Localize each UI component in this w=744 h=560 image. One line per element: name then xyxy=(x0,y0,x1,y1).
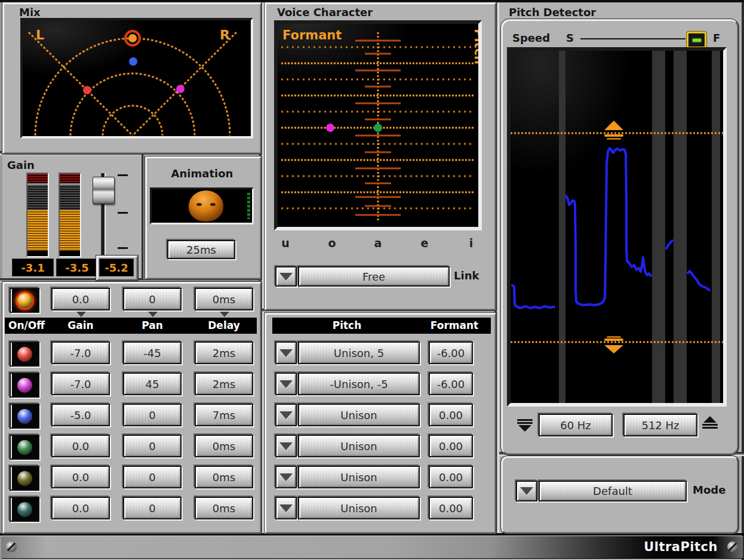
mode-label: Mode xyxy=(693,484,725,496)
chevron-down-icon xyxy=(279,442,293,450)
pitch-axis-label: Pitch xyxy=(472,29,478,64)
chevron-down-icon xyxy=(279,273,293,281)
voice-mode-dropdown-arrow[interactable] xyxy=(275,266,297,287)
voice3-pitch-dropdown-arrow[interactable] xyxy=(275,404,297,426)
shift-range-up-icon[interactable] xyxy=(702,416,718,430)
shift-range-down-icon[interactable] xyxy=(517,418,533,432)
pitch-detector-title: Pitch Detector xyxy=(509,6,596,19)
direct-dot[interactable] xyxy=(128,34,137,42)
green-indicator-icon xyxy=(693,39,701,42)
voice5-onoff-button[interactable] xyxy=(10,466,39,491)
voice2-gain-button[interactable]: -7.0 xyxy=(51,373,110,395)
voice6-pan-button[interactable]: 0 xyxy=(123,497,182,519)
animation-rate-button[interactable]: 25ms xyxy=(167,240,235,259)
voice-character-title: Voice Character xyxy=(277,6,373,19)
voice-mode-dropdown[interactable]: Free xyxy=(298,266,450,287)
voice6-pitch-dropdown-arrow[interactable] xyxy=(275,497,297,519)
formant-magenta-dot[interactable] xyxy=(326,124,334,132)
gain-meter-right xyxy=(59,173,81,257)
voice1-delay-button[interactable]: 2ms xyxy=(195,341,253,364)
mix-left-label: L xyxy=(36,27,44,42)
link-label: Link xyxy=(454,269,479,282)
voice5-pitch-dropdown-arrow[interactable] xyxy=(275,466,297,488)
voice4-formant-button[interactable]: 0.00 xyxy=(429,435,473,457)
voice4-pitch-dropdown[interactable]: Unison xyxy=(298,435,420,457)
low-range-marker[interactable] xyxy=(604,336,623,353)
animation-face xyxy=(189,190,223,221)
vowel-i-label: i xyxy=(462,236,480,250)
mix-pan-display: L R xyxy=(20,18,253,139)
voice2-pitch-dropdown-arrow[interactable] xyxy=(275,373,297,395)
formant-axis-label: Formant xyxy=(282,28,342,42)
voice1-formant-button[interactable]: -6.00 xyxy=(429,341,473,364)
fader-tick xyxy=(118,247,128,249)
voice2-dot[interactable] xyxy=(176,85,185,93)
master-gain-button[interactable]: 0.0 xyxy=(51,288,110,310)
voice2-delay-button[interactable]: 2ms xyxy=(195,373,253,395)
voice1-gain-button[interactable]: -7.0 xyxy=(51,341,110,364)
speed-slider-handle[interactable] xyxy=(687,32,706,48)
voice3-onoff-button[interactable] xyxy=(10,404,39,429)
meter-clip-zone xyxy=(27,174,48,183)
voice4-delay-button[interactable]: 0ms xyxy=(195,435,253,457)
header-onoff: On/Off xyxy=(8,319,45,331)
master-delay-button[interactable]: 0ms xyxy=(195,288,253,310)
mix-inner-arc xyxy=(103,106,162,136)
voice5-gain-button[interactable]: 0.0 xyxy=(51,466,110,488)
voice2-onoff-button[interactable] xyxy=(10,373,39,398)
voice4-onoff-button[interactable] xyxy=(10,435,39,460)
voice1-pitch-dropdown[interactable]: Unison, 5 xyxy=(298,341,420,364)
fader-tick xyxy=(118,174,128,176)
voice6-gain-button[interactable]: 0.0 xyxy=(51,497,110,519)
speed-slow-label: S xyxy=(566,32,574,44)
chevron-down-icon xyxy=(279,380,293,388)
speed-slider-track[interactable] xyxy=(580,38,685,39)
voice6-pitch-dropdown[interactable]: Unison xyxy=(298,497,420,519)
high-freq-button[interactable]: 512 Hz xyxy=(623,414,697,436)
gain-fader-handle[interactable] xyxy=(93,177,115,204)
vowel-u-label: u xyxy=(276,236,294,250)
chevron-down-icon xyxy=(279,349,293,357)
master-onoff-button[interactable] xyxy=(10,288,39,313)
voice6-formant-button[interactable]: 0.00 xyxy=(429,497,473,519)
low-freq-button[interactable]: 60 Hz xyxy=(539,414,613,436)
voice4-led-icon xyxy=(17,440,32,455)
voice6-delay-button[interactable]: 0ms xyxy=(195,497,253,519)
pitch-detector-display xyxy=(507,47,727,407)
mode-dropdown[interactable]: Default xyxy=(539,481,687,501)
voice4-gain-button[interactable]: 0.0 xyxy=(51,435,110,457)
voice1-dot[interactable] xyxy=(83,86,91,94)
voice1-pan-button[interactable]: -45 xyxy=(123,341,182,364)
voice2-formant-button[interactable]: -6.00 xyxy=(429,373,473,395)
voice3-pan-button[interactable]: 0 xyxy=(123,404,182,426)
voice5-delay-button[interactable]: 0ms xyxy=(195,466,253,488)
high-range-marker[interactable] xyxy=(604,121,623,140)
voice3-gain-button[interactable]: -5.0 xyxy=(51,404,110,426)
voice5-formant-button[interactable]: 0.00 xyxy=(429,466,473,488)
voice1-onoff-button[interactable] xyxy=(10,341,39,367)
voice2-pitch-dropdown[interactable]: -Unison, -5 xyxy=(298,373,420,395)
voice6-onoff-button[interactable] xyxy=(10,497,39,522)
mode-dropdown-arrow[interactable] xyxy=(516,481,537,501)
mix-right-diagonal xyxy=(133,32,236,136)
mix-left-diagonal xyxy=(29,32,133,136)
formant-green-dot[interactable] xyxy=(374,124,382,132)
voice3-pitch-dropdown[interactable]: Unison xyxy=(298,404,420,426)
meter-fill xyxy=(60,210,80,251)
voice3-dot[interactable] xyxy=(129,57,137,66)
voice4-pan-button[interactable]: 0 xyxy=(123,435,182,457)
header-delay: Delay xyxy=(208,319,240,331)
voice5-pitch-dropdown[interactable]: Unison xyxy=(298,466,420,488)
voice3-formant-button[interactable]: 0.00 xyxy=(429,404,473,426)
column-pointer-icon xyxy=(148,312,158,317)
voice1-pitch-dropdown-arrow[interactable] xyxy=(275,341,297,364)
voice5-pan-button[interactable]: 0 xyxy=(123,466,182,488)
voice3-delay-button[interactable]: 7ms xyxy=(195,404,253,426)
meter-fill xyxy=(27,210,48,251)
voice4-pitch-dropdown-arrow[interactable] xyxy=(275,435,297,457)
voice2-pan-button[interactable]: 45 xyxy=(123,373,182,395)
master-pan-button[interactable]: 0 xyxy=(123,288,182,310)
fader-tick xyxy=(118,212,128,214)
chevron-down-icon xyxy=(279,473,293,481)
gain-fader-readout[interactable]: -5.2 xyxy=(99,259,134,276)
